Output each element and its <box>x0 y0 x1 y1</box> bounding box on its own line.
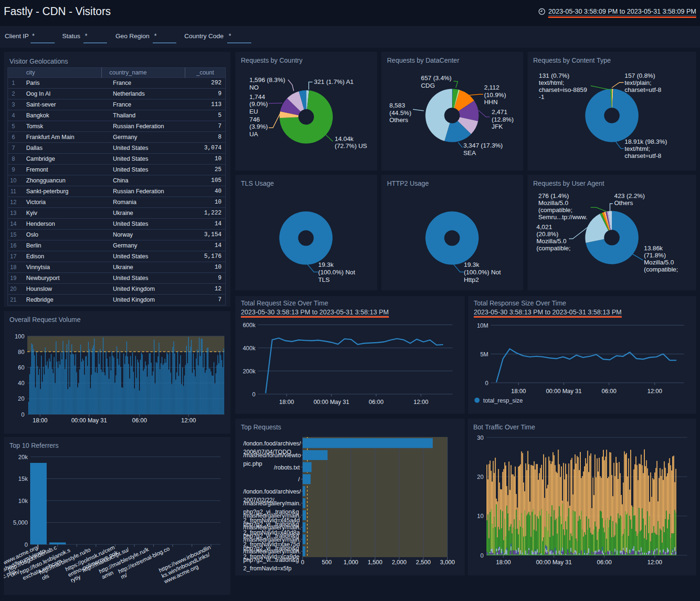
svg-text:06:00: 06:00 <box>601 388 616 395</box>
svg-text:40: 40 <box>18 380 25 387</box>
svg-text:charset=utf-8: charset=utf-8 <box>625 152 661 159</box>
svg-text:18:00: 18:00 <box>511 388 526 395</box>
svg-text:20k: 20k <box>18 454 28 461</box>
svg-text:text/plain;: text/plain; <box>625 79 651 86</box>
svg-text:JFK: JFK <box>492 123 503 130</box>
svg-text:Total Response Size Over Time: Total Response Size Over Time <box>474 299 566 307</box>
svg-text:13.86k: 13.86k <box>644 245 663 252</box>
svg-text:8,583: 8,583 <box>389 102 405 109</box>
svg-text:2,000: 2,000 <box>392 559 406 566</box>
svg-text:600k: 600k <box>243 322 256 329</box>
svg-text:/mashed/gallery/main.: /mashed/gallery/main. <box>243 500 301 507</box>
svg-text:UA: UA <box>249 131 258 138</box>
svg-text:2,112: 2,112 <box>484 84 499 91</box>
svg-text:/mashed/forum/viewto: /mashed/forum/viewto <box>243 452 301 459</box>
svg-text:400k: 400k <box>243 345 256 352</box>
svg-text:18.91k (98.3%): 18.91k (98.3%) <box>625 138 667 145</box>
svg-text:500: 500 <box>322 559 332 566</box>
svg-text:-1: -1 <box>539 93 544 100</box>
svg-text:TLS Usage: TLS Usage <box>241 180 274 187</box>
svg-text:1,596 (8.3%): 1,596 (8.3%) <box>249 76 285 83</box>
svg-text:06:00: 06:00 <box>132 417 147 424</box>
svg-text:14.04k: 14.04k <box>335 135 354 142</box>
svg-text:Top Requests: Top Requests <box>241 423 281 431</box>
svg-text:423 (2.2%): 423 (2.2%) <box>614 192 645 199</box>
svg-text:0: 0 <box>252 391 255 398</box>
svg-text:00:00 May 31: 00:00 May 31 <box>546 388 582 395</box>
svg-text:/london.food/archives/: /london.food/archives/ <box>243 488 301 495</box>
svg-text:HTTP2 Usage: HTTP2 Usage <box>387 180 429 187</box>
svg-text:(compatible;: (compatible; <box>538 206 572 214</box>
svg-text:276 (1.4%): 276 (1.4%) <box>538 192 569 199</box>
svg-text:4,021: 4,021 <box>536 223 552 231</box>
svg-text:12:00: 12:00 <box>647 388 662 395</box>
svg-text:1,744: 1,744 <box>249 93 265 100</box>
svg-text:php?g2_vi...tration&g: php?g2_vi...tration&g <box>243 557 299 563</box>
svg-text:15k: 15k <box>18 476 28 482</box>
svg-text:Bot Traffic Over Time: Bot Traffic Over Time <box>473 423 535 431</box>
svg-text:2_fromNavId=x5fp: 2_fromNavId=x5fp <box>243 565 292 572</box>
svg-text:(71.8%): (71.8%) <box>644 252 666 259</box>
svg-text:1,500: 1,500 <box>368 559 382 566</box>
svg-text:657 (3.4%): 657 (3.4%) <box>421 74 452 82</box>
svg-text:10k: 10k <box>18 498 28 504</box>
svg-text:Others: Others <box>614 199 633 206</box>
svg-text:2,500: 2,500 <box>416 559 430 566</box>
svg-text:0: 0 <box>301 559 305 566</box>
svg-text:pic.php: pic.php <box>243 461 262 467</box>
svg-text:Top 10 Referrers: Top 10 Referrers <box>9 442 58 449</box>
svg-text:text/html;: text/html; <box>539 79 564 86</box>
svg-text:(9.0%): (9.0%) <box>249 100 268 107</box>
svg-text:/mashed/gallery/main.: /mashed/gallery/main. <box>243 548 301 555</box>
svg-text:746: 746 <box>249 116 260 123</box>
svg-text:3,347 (17.3%): 3,347 (17.3%) <box>463 142 503 149</box>
svg-text:06:00: 06:00 <box>369 399 383 405</box>
svg-text:3,000: 3,000 <box>440 559 455 566</box>
svg-text:12:00: 12:00 <box>647 559 662 566</box>
svg-text:EU: EU <box>249 108 258 115</box>
svg-text:Requests by DataCenter: Requests by DataCenter <box>387 57 460 64</box>
svg-text:12:00: 12:00 <box>181 417 196 424</box>
svg-text:19.3k: 19.3k <box>318 261 334 268</box>
svg-text:(72.7%) US: (72.7%) US <box>335 142 367 149</box>
svg-text:10: 10 <box>477 513 484 519</box>
svg-text:text/html;: text/html; <box>625 145 650 152</box>
svg-text:0: 0 <box>480 552 484 559</box>
svg-text:0: 0 <box>21 412 25 418</box>
svg-text:Mozilla/5.0: Mozilla/5.0 <box>644 259 674 266</box>
svg-text:1,000: 1,000 <box>344 559 358 566</box>
svg-text:Mozilla/5.0: Mozilla/5.0 <box>538 199 568 206</box>
svg-text:charset=utf-8: charset=utf-8 <box>625 86 661 93</box>
svg-text:00:00 May 31: 00:00 May 31 <box>536 559 572 566</box>
svg-text:(compatible;: (compatible; <box>536 245 570 252</box>
svg-text:80: 80 <box>18 349 25 355</box>
svg-text:(12.8%): (12.8%) <box>492 116 514 123</box>
svg-text:100: 100 <box>15 333 25 340</box>
svg-text:/mashed/gallery/main.: /mashed/gallery/main. <box>243 524 301 531</box>
svg-text:200k: 200k <box>243 368 256 375</box>
svg-text:0: 0 <box>25 542 28 548</box>
svg-text:charset=iso-8859: charset=iso-8859 <box>539 86 587 93</box>
svg-text:/mashed/gallery/main.: /mashed/gallery/main. <box>243 512 301 519</box>
svg-text:/london.food/archives/: /london.food/archives/ <box>243 440 301 447</box>
svg-text:5,000: 5,000 <box>13 519 28 526</box>
svg-text:Requests by Country: Requests by Country <box>241 57 303 64</box>
svg-text:2,471: 2,471 <box>492 108 507 115</box>
svg-text:10M: 10M <box>477 322 488 329</box>
svg-text:131 (0.7%): 131 (0.7%) <box>539 72 569 79</box>
svg-text:CDG: CDG <box>421 82 435 89</box>
svg-text:SEA: SEA <box>463 149 476 156</box>
svg-text:00:00 May 31: 00:00 May 31 <box>71 417 107 424</box>
svg-text:60: 60 <box>18 364 25 371</box>
svg-text:Requests by Content Type: Requests by Content Type <box>533 57 611 64</box>
svg-text:HHN: HHN <box>484 99 498 106</box>
svg-text:20: 20 <box>18 395 25 402</box>
svg-text:157 (0.8%): 157 (0.8%) <box>625 72 655 79</box>
svg-text:5M: 5M <box>480 351 488 358</box>
svg-text:/mashed/gallery/main.: /mashed/gallery/main. <box>243 536 301 543</box>
svg-text:18:00: 18:00 <box>496 559 511 566</box>
svg-text:00:00 May 31: 00:00 May 31 <box>313 399 349 405</box>
svg-text:(10.9%): (10.9%) <box>484 91 506 99</box>
svg-text:(3.9%): (3.9%) <box>249 123 268 130</box>
svg-text:Overall Request Volume: Overall Request Volume <box>9 316 81 323</box>
